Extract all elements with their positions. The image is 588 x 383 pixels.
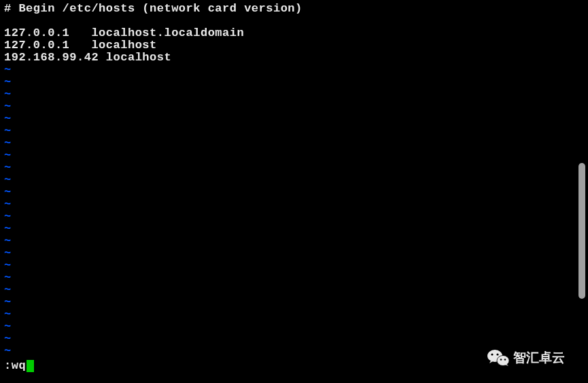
svg-point-1 [491, 353, 493, 355]
scrollbar[interactable] [574, 0, 587, 383]
tilde-marker: ~ [4, 174, 567, 186]
tilde-marker: ~ [4, 198, 567, 211]
tilde-marker: ~ [4, 113, 567, 125]
tilde-marker: ~ [4, 235, 567, 247]
tilde-marker: ~ [4, 186, 567, 198]
tilde-marker: ~ [4, 296, 567, 308]
empty-line-region: ~~~~~~~~~~~~~~~~~~~~~~~~ [4, 64, 567, 357]
watermark: 智汇卓云 [487, 349, 565, 367]
tilde-marker: ~ [4, 223, 567, 235]
file-line: # Begin /etc/hosts (network card version… [4, 3, 567, 15]
tilde-marker: ~ [4, 272, 567, 284]
svg-point-2 [496, 353, 498, 355]
watermark-text: 智汇卓云 [513, 351, 565, 365]
tilde-marker: ~ [4, 88, 567, 101]
tilde-marker: ~ [4, 64, 567, 76]
tilde-marker: ~ [4, 345, 567, 357]
svg-point-3 [497, 356, 509, 366]
file-content: # Begin /etc/hosts (network card version… [4, 3, 567, 64]
tilde-marker: ~ [4, 308, 567, 321]
svg-point-5 [504, 359, 506, 361]
file-line: 127.0.0.1 localhost [4, 39, 567, 52]
terminal-editor[interactable]: # Begin /etc/hosts (network card version… [0, 0, 571, 383]
tilde-marker: ~ [4, 101, 567, 113]
wechat-icon [487, 349, 509, 367]
vim-command-line[interactable]: :wq [4, 360, 34, 372]
tilde-marker: ~ [4, 162, 567, 174]
tilde-marker: ~ [4, 333, 567, 345]
tilde-marker: ~ [4, 125, 567, 137]
file-line [4, 15, 567, 27]
tilde-marker: ~ [4, 259, 567, 272]
tilde-marker: ~ [4, 211, 567, 223]
file-line: 127.0.0.1 localhost.localdomain [4, 27, 567, 39]
tilde-marker: ~ [4, 284, 567, 296]
tilde-marker: ~ [4, 149, 567, 162]
scrollbar-thumb[interactable] [578, 163, 585, 299]
cursor-block [27, 360, 34, 372]
command-text: :wq [4, 360, 26, 372]
tilde-marker: ~ [4, 247, 567, 259]
file-line: 192.168.99.42 localhost [4, 52, 567, 64]
tilde-marker: ~ [4, 76, 567, 88]
svg-point-4 [500, 359, 502, 361]
tilde-marker: ~ [4, 321, 567, 333]
tilde-marker: ~ [4, 137, 567, 149]
